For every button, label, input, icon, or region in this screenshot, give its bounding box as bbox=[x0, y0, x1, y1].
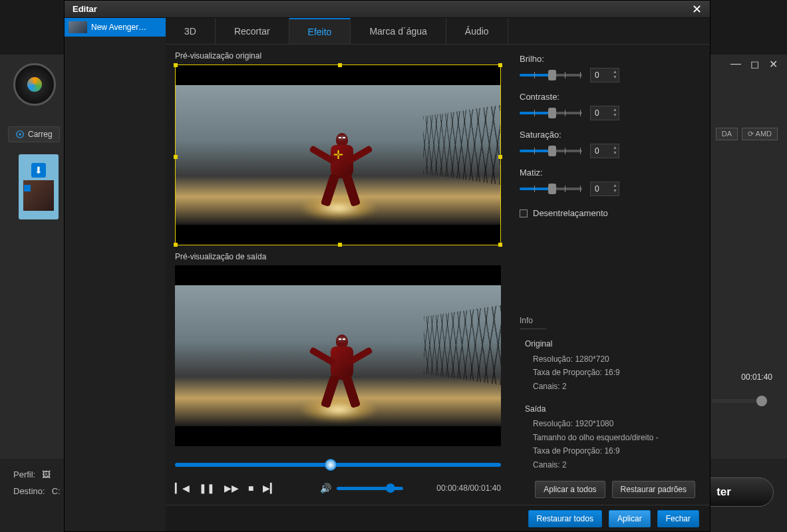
modal-title: Editar bbox=[73, 4, 97, 14]
timeline-thumb[interactable] bbox=[325, 459, 337, 471]
restore-all-button[interactable]: Restaurar todos bbox=[528, 510, 602, 527]
restore-defaults-button[interactable]: Restaurar padrões bbox=[612, 481, 695, 498]
saturation-slider[interactable] bbox=[520, 150, 582, 152]
hue-slider[interactable] bbox=[520, 188, 582, 190]
info-output-resolution: 1920*1080 bbox=[575, 419, 613, 428]
bg-close-button[interactable]: ✕ bbox=[767, 58, 779, 70]
saturation-label: Saturação: bbox=[520, 130, 698, 140]
hardware-badges: DA ⟳ AMD bbox=[716, 128, 778, 140]
bg-minimize-button[interactable]: — bbox=[730, 58, 742, 70]
playback-timeline[interactable] bbox=[175, 457, 501, 473]
info-output-eye: - bbox=[656, 433, 659, 442]
background-titlebar: — ◻ ✕ bbox=[730, 55, 787, 73]
contrast-value[interactable]: 0▲▼ bbox=[590, 106, 619, 120]
next-frame-button[interactable]: ▶▎ bbox=[263, 483, 277, 493]
tab-3d[interactable]: 3D bbox=[166, 18, 216, 44]
info-output-channels: 2 bbox=[562, 460, 567, 469]
clip-label: New Avenger… bbox=[91, 23, 146, 32]
spinner-icon[interactable]: ▲▼ bbox=[613, 145, 617, 156]
load-button[interactable]: Carreg bbox=[8, 126, 60, 142]
destination-value: C: bbox=[52, 486, 61, 496]
modal-footer: Restaurar todos Aplicar Fechar bbox=[166, 505, 710, 531]
tab-crop[interactable]: Recortar bbox=[216, 18, 289, 44]
preview-column: Pré-visualização original ✛ Pré-visualiz… bbox=[166, 45, 510, 505]
sidebar-item-clip[interactable]: New Avenger… bbox=[65, 18, 166, 37]
apply-button[interactable]: Aplicar bbox=[609, 510, 651, 527]
profile-icon: 🖼 bbox=[42, 469, 51, 479]
info-original-aspect: 16:9 bbox=[604, 368, 619, 377]
tab-effect[interactable]: Efeito bbox=[289, 18, 351, 44]
info-panel: Info Original Resolução: 1280*720 Taxa d… bbox=[520, 314, 698, 471]
saturation-value[interactable]: 0▲▼ bbox=[590, 144, 619, 158]
download-icon: ⬇ bbox=[31, 163, 46, 178]
add-icon bbox=[15, 130, 25, 139]
original-preview[interactable]: ✛ bbox=[175, 65, 501, 245]
pause-button[interactable]: ❚❚ bbox=[199, 483, 215, 493]
hue-label: Matiz: bbox=[520, 168, 698, 178]
info-original-title: Original bbox=[525, 337, 698, 350]
output-preview-label: Pré-visualização de saída bbox=[175, 252, 501, 261]
background-toolbar: Carreg bbox=[8, 126, 60, 142]
profile-label: Perfil: bbox=[13, 469, 35, 479]
app-logo bbox=[13, 63, 56, 106]
effects-panel: Brilho: 0▲▼ Contraste: 0▲▼ bbox=[510, 45, 710, 505]
thumbnail-checkbox[interactable] bbox=[24, 185, 31, 192]
apply-all-button[interactable]: Aplicar a todos bbox=[535, 481, 605, 498]
clip-sidebar: New Avenger… bbox=[65, 18, 166, 531]
hue-value[interactable]: 0▲▼ bbox=[590, 182, 619, 196]
playback-controls: ▎◀ ❚❚ ▶▶ ■ ▶▎ 🔊 00:00:48/00:01:40 bbox=[175, 477, 501, 499]
prev-frame-button[interactable]: ▎◀ bbox=[175, 483, 190, 493]
editor-tabs: 3D Recortar Efeito Marca d´água Áudio bbox=[166, 18, 710, 45]
deinterlace-checkbox[interactable] bbox=[520, 209, 528, 217]
contrast-label: Contraste: bbox=[520, 92, 698, 102]
output-preview bbox=[175, 265, 501, 446]
fast-forward-button[interactable]: ▶▶ bbox=[224, 483, 239, 493]
brightness-slider[interactable] bbox=[520, 74, 582, 76]
clip-thumbnail bbox=[69, 21, 87, 33]
stop-button[interactable]: ■ bbox=[248, 483, 253, 493]
tab-watermark[interactable]: Marca d´água bbox=[351, 18, 446, 44]
spinner-icon[interactable]: ▲▼ bbox=[613, 107, 617, 118]
spinner-icon[interactable]: ▲▼ bbox=[613, 183, 617, 194]
badge-amd: ⟳ AMD bbox=[742, 128, 778, 140]
bg-slider[interactable] bbox=[712, 399, 767, 403]
spinner-icon[interactable]: ▲▼ bbox=[613, 69, 617, 80]
modal-titlebar: Editar ✕ bbox=[65, 1, 710, 18]
info-original-channels: 2 bbox=[562, 382, 567, 391]
badge-da: DA bbox=[716, 128, 738, 140]
contrast-slider[interactable] bbox=[520, 112, 582, 114]
destination-label: Destino: bbox=[13, 486, 45, 496]
info-original-resolution: 1280*720 bbox=[575, 354, 609, 364]
time-display: 00:00:48/00:01:40 bbox=[436, 483, 501, 493]
tab-audio[interactable]: Áudio bbox=[446, 18, 508, 44]
crop-center-icon[interactable]: ✛ bbox=[333, 148, 343, 162]
info-header: Info bbox=[520, 314, 546, 329]
load-button-label: Carreg bbox=[28, 130, 53, 139]
original-preview-label: Pré-visualização original bbox=[175, 51, 501, 61]
modal-close-button[interactable]: ✕ bbox=[692, 2, 702, 17]
video-frame-output bbox=[175, 285, 501, 426]
volume-icon[interactable]: 🔊 bbox=[320, 483, 331, 493]
volume-slider[interactable] bbox=[337, 487, 403, 490]
deinterlace-label: Desentrelaçamento bbox=[533, 208, 608, 218]
close-button[interactable]: Fechar bbox=[657, 510, 699, 527]
bg-duration: 00:01:40 bbox=[741, 372, 772, 382]
editor-modal: Editar ✕ New Avenger… 3D Recortar Efeito… bbox=[64, 0, 710, 532]
brightness-value[interactable]: 0▲▼ bbox=[590, 68, 619, 82]
info-output-title: Saída bbox=[525, 402, 698, 416]
bg-maximize-button[interactable]: ◻ bbox=[748, 58, 760, 70]
info-output-aspect: 16:9 bbox=[604, 446, 619, 456]
brightness-label: Brilho: bbox=[520, 54, 698, 64]
